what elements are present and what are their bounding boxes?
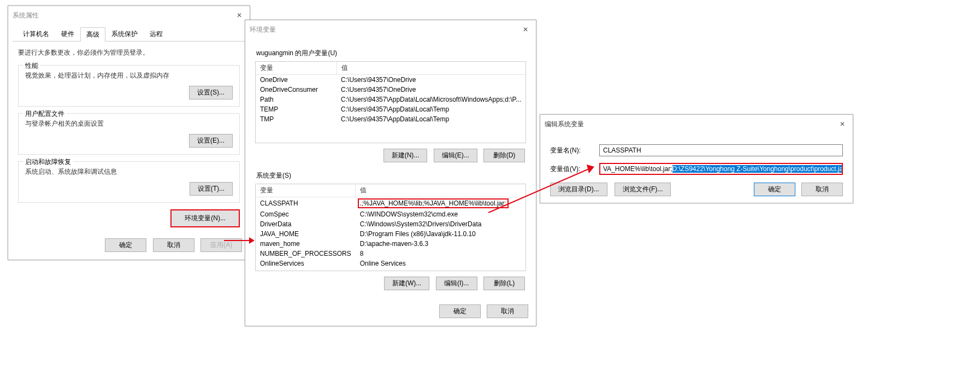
close-icon[interactable]: ✕ — [519, 24, 532, 36]
perf-legend: 性能 — [23, 61, 40, 71]
edit-user-var-button[interactable]: 编辑(E)... — [434, 149, 477, 162]
user-vars-table[interactable]: 变量 值 OneDriveC:\Users\94357\OneDriveOneD… — [256, 62, 526, 124]
dialog-footer: 确定 取消 — [245, 300, 536, 326]
var-name-cell: OneDrive — [256, 75, 336, 85]
var-name-cell: ComSpec — [256, 209, 356, 219]
tab-hardware[interactable]: 硬件 — [55, 27, 80, 41]
table-row[interactable]: maven_homeD:\apache-maven-3.6.3 — [256, 239, 526, 249]
var-value-cell: Online Services — [356, 259, 526, 268]
edit-actions: 浏览目录(D)... 浏览文件(F)... 确定 取消 — [550, 183, 843, 196]
browse-dir-button[interactable]: 浏览目录(D)... — [550, 183, 607, 196]
var-value-cell: 8 — [356, 249, 526, 259]
var-name-cell: CLASSPATH — [256, 197, 356, 210]
user-vars-actions: 新建(N)... 编辑(E)... 删除(D) — [255, 143, 526, 166]
apply-button[interactable]: 应用(A) — [200, 238, 242, 252]
delete-user-var-button[interactable]: 删除(D) — [483, 149, 525, 162]
var-value-cell: D:\apache-maven-3.6.3 — [356, 239, 526, 249]
new-user-var-button[interactable]: 新建(N)... — [383, 149, 428, 162]
user-text: 与登录帐户相关的桌面设置 — [25, 119, 233, 128]
tab-computer-name[interactable]: 计算机名 — [17, 27, 55, 41]
var-name-cell: DriverData — [256, 219, 356, 229]
th-var[interactable]: 变量 — [256, 62, 336, 75]
var-name-cell: TEMP — [256, 104, 336, 114]
sys-vars-table-wrap: 变量 值 CLASSPATH.;%JAVA_HOME%\lib;%JAVA_HO… — [255, 184, 526, 271]
close-icon[interactable]: ✕ — [836, 118, 848, 130]
dialog-footer: 确定 取消 应用(A) — [8, 234, 250, 260]
sys-vars-table[interactable]: 变量 值 CLASSPATH.;%JAVA_HOME%\lib;%JAVA_HO… — [256, 184, 526, 268]
var-name-cell: Path — [256, 95, 336, 104]
startup-settings-button[interactable]: 设置(T)... — [190, 182, 233, 196]
sys-vars-label: 系统变量(S) — [256, 171, 526, 180]
var-value-cell: .;%JAVA_HOME%\lib;%JAVA_HOME%\lib\tool.j… — [356, 197, 526, 210]
user-vars-label: wuguangmin 的用户变量(U) — [256, 49, 526, 58]
var-value-cell: C:\Users\94357\OneDrive — [336, 75, 526, 85]
titlebar: 编辑系统变量 ✕ — [540, 115, 853, 133]
sys-vars-actions: 新建(W)... 编辑(I)... 删除(L) — [255, 271, 526, 294]
var-value-cell: C:\Users\94357\AppData\Local\Temp — [336, 104, 526, 114]
startup-recovery-section: 启动和故障恢复 系统启动、系统故障和调试信息 设置(T)... — [18, 161, 240, 203]
var-name-cell: NUMBER_OF_PROCESSORS — [256, 249, 356, 259]
tab-system-protection[interactable]: 系统保护 — [105, 27, 144, 41]
th-var[interactable]: 变量 — [256, 184, 356, 197]
performance-section: 性能 视觉效果，处理器计划，内存使用，以及虚拟内存 设置(S)... — [18, 65, 240, 107]
user-profiles-section: 用户配置文件 与登录帐户相关的桌面设置 设置(E)... — [18, 113, 240, 155]
new-sys-var-button[interactable]: 新建(W)... — [384, 277, 429, 290]
var-value-input[interactable]: VA_HOME%\lib\tool.jar;D:\ZS9422\Yonghong… — [599, 163, 843, 175]
edit-content: 变量名(N): 变量值(V): VA_HOME%\lib\tool.jar;D:… — [540, 133, 853, 203]
startup-legend: 启动和故障恢复 — [23, 157, 73, 167]
dialog-title: 编辑系统变量 — [545, 120, 584, 129]
table-row[interactable]: JAVA_HOMED:\Program Files (x86)\Java\jdk… — [256, 229, 526, 239]
user-vars-table-wrap: 变量 值 OneDriveC:\Users\94357\OneDriveOneD… — [255, 61, 526, 143]
dialog-title: 环境变量 — [250, 25, 276, 34]
table-row[interactable]: ComSpecC:\WINDOWS\system32\cmd.exe — [256, 209, 526, 219]
var-name-label: 变量名(N): — [550, 146, 599, 155]
var-name-cell: JAVA_HOME — [256, 229, 356, 239]
user-settings-button[interactable]: 设置(E)... — [189, 134, 233, 148]
table-row[interactable]: TEMPC:\Users\94357\AppData\Local\Temp — [256, 104, 526, 114]
value-selected: D:\ZS9422\Yonghong Z-Suite\Yonghong\prod… — [672, 165, 843, 173]
delete-sys-var-button[interactable]: 删除(L) — [483, 277, 525, 290]
var-name-input[interactable] — [599, 144, 843, 156]
table-row[interactable]: PathC:\Users\94357\AppData\Local\Microso… — [256, 95, 526, 104]
admin-note: 要进行大多数更改，你必须作为管理员登录。 — [18, 48, 240, 57]
ok-button[interactable]: 确定 — [439, 304, 481, 318]
edit-sys-var-button[interactable]: 编辑(I)... — [436, 277, 477, 290]
system-properties-dialog: 系统属性 ✕ 计算机名 硬件 高级 系统保护 远程 要进行大多数更改，你必须作为… — [8, 5, 250, 260]
var-name-cell: OnlineServices — [256, 259, 356, 268]
ok-button[interactable]: 确定 — [105, 238, 146, 252]
tab-content: 要进行大多数更改，你必须作为管理员登录。 性能 视觉效果，处理器计划，内存使用，… — [8, 42, 250, 234]
tab-advanced[interactable]: 高级 — [80, 27, 105, 42]
var-value-cell: C:\Users\94357\AppData\Local\Microsoft\W… — [336, 95, 526, 104]
perf-text: 视觉效果，处理器计划，内存使用，以及虚拟内存 — [25, 71, 233, 80]
value-prefix: VA_HOME%\lib\tool.jar; — [603, 165, 672, 173]
table-row[interactable]: OneDriveC:\Users\94357\OneDrive — [256, 75, 526, 85]
table-row[interactable]: DriverDataC:\Windows\System32\Drivers\Dr… — [256, 219, 526, 229]
cancel-button[interactable]: 取消 — [487, 304, 528, 318]
cancel-button[interactable]: 取消 — [801, 183, 843, 196]
var-name-row: 变量名(N): — [550, 144, 843, 156]
dialog-title: 系统属性 — [13, 11, 39, 20]
table-row[interactable]: OneDriveConsumerC:\Users\94357\OneDrive — [256, 85, 526, 95]
cancel-button[interactable]: 取消 — [153, 238, 194, 252]
env-content: wuguangmin 的用户变量(U) 变量 值 OneDriveC:\User… — [245, 39, 536, 300]
ok-button[interactable]: 确定 — [754, 183, 795, 196]
var-name-cell: maven_home — [256, 239, 356, 249]
th-val[interactable]: 值 — [336, 62, 526, 75]
var-value-cell: C:\Users\94357\AppData\Local\Temp — [336, 114, 526, 124]
tab-remote[interactable]: 远程 — [144, 27, 169, 41]
table-row[interactable]: CLASSPATH.;%JAVA_HOME%\lib;%JAVA_HOME%\l… — [256, 197, 526, 210]
var-value-cell: C:\Windows\System32\Drivers\DriverData — [356, 219, 526, 229]
table-row[interactable]: NUMBER_OF_PROCESSORS8 — [256, 249, 526, 259]
table-row[interactable]: OnlineServicesOnline Services — [256, 259, 526, 268]
var-value-cell: C:\Users\94357\OneDrive — [336, 85, 526, 95]
env-vars-dialog: 环境变量 ✕ wuguangmin 的用户变量(U) 变量 值 OneDrive… — [245, 20, 536, 326]
var-name-cell: TMP — [256, 114, 336, 124]
perf-settings-button[interactable]: 设置(S)... — [189, 86, 233, 99]
env-vars-button[interactable]: 环境变量(N)... — [170, 209, 240, 227]
th-val[interactable]: 值 — [356, 184, 526, 197]
browse-file-button[interactable]: 浏览文件(F)... — [615, 183, 671, 196]
startup-text: 系统启动、系统故障和调试信息 — [25, 167, 233, 177]
var-value-row: 变量值(V): VA_HOME%\lib\tool.jar;D:\ZS9422\… — [550, 163, 843, 175]
close-icon[interactable]: ✕ — [233, 9, 245, 21]
table-row[interactable]: TMPC:\Users\94357\AppData\Local\Temp — [256, 114, 526, 124]
